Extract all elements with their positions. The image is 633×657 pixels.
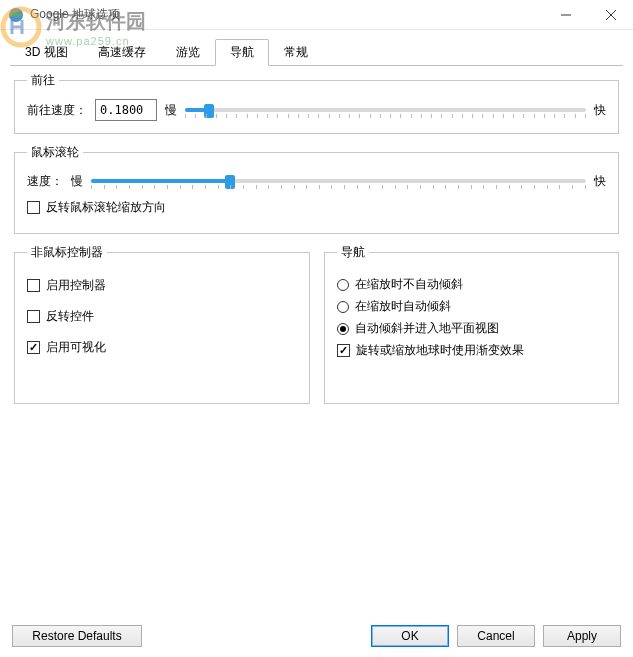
group-nav: 导航 在缩放时不自动倾斜 在缩放时自动倾斜 自动倾斜并进入地平面视图 旋转或缩放… (324, 244, 620, 404)
wheel-slow-label: 慢 (71, 173, 83, 190)
minimize-button[interactable] (543, 0, 588, 30)
controller-reverse-label: 反转控件 (46, 308, 94, 325)
close-button[interactable] (588, 0, 633, 30)
nav-radio-autotilt-label: 在缩放时自动倾斜 (355, 298, 451, 315)
wheel-speed-label: 速度： (27, 173, 63, 190)
nav-radio-groundview[interactable]: 自动倾斜并进入地平面视图 (337, 320, 607, 337)
group-nav-legend: 导航 (337, 244, 369, 261)
nav-radio-notilt[interactable]: 在缩放时不自动倾斜 (337, 276, 607, 293)
app-icon (8, 7, 24, 23)
goto-slow-label: 慢 (165, 102, 177, 119)
window-title: Google 地球选项 (30, 6, 543, 23)
goto-speed-input[interactable] (95, 99, 157, 121)
content-area: 前往 前往速度： 慢 快 鼠标滚轮 速度： 慢 (0, 66, 633, 424)
controller-viz-label: 启用可视化 (46, 339, 106, 356)
tab-3dview[interactable]: 3D 视图 (10, 39, 83, 66)
titlebar: Google 地球选项 (0, 0, 633, 30)
nav-radio-notilt-label: 在缩放时不自动倾斜 (355, 276, 463, 293)
controller-reverse-checkbox[interactable]: 反转控件 (27, 308, 297, 325)
wheel-invert-label: 反转鼠标滚轮缩放方向 (46, 199, 166, 216)
tab-cache[interactable]: 高速缓存 (83, 39, 161, 66)
footer: Restore Defaults OK Cancel Apply (0, 617, 633, 657)
controller-enable-label: 启用控制器 (46, 277, 106, 294)
wheel-fast-label: 快 (594, 173, 606, 190)
goto-speed-slider[interactable] (185, 100, 586, 120)
nav-fade-label: 旋转或缩放地球时使用渐变效果 (356, 342, 524, 359)
tab-tour[interactable]: 游览 (161, 39, 215, 66)
goto-speed-label: 前往速度： (27, 102, 87, 119)
wheel-speed-slider[interactable] (91, 171, 586, 191)
tabbar: 3D 视图 高速缓存 游览 导航 常规 (10, 38, 623, 66)
group-goto-legend: 前往 (27, 72, 59, 89)
restore-defaults-button[interactable]: Restore Defaults (12, 625, 142, 647)
ok-button[interactable]: OK (371, 625, 449, 647)
tab-general[interactable]: 常规 (269, 39, 323, 66)
group-wheel: 鼠标滚轮 速度： 慢 快 反转鼠标滚轮缩放方向 (14, 144, 619, 234)
cancel-button[interactable]: Cancel (457, 625, 535, 647)
group-goto: 前往 前往速度： 慢 快 (14, 72, 619, 134)
wheel-invert-checkbox[interactable]: 反转鼠标滚轮缩放方向 (27, 199, 606, 216)
goto-fast-label: 快 (594, 102, 606, 119)
controller-viz-checkbox[interactable]: 启用可视化 (27, 339, 297, 356)
group-controller-legend: 非鼠标控制器 (27, 244, 107, 261)
tab-navigation[interactable]: 导航 (215, 39, 269, 66)
nav-radio-autotilt[interactable]: 在缩放时自动倾斜 (337, 298, 607, 315)
controller-enable-checkbox[interactable]: 启用控制器 (27, 277, 297, 294)
nav-fade-checkbox[interactable]: 旋转或缩放地球时使用渐变效果 (337, 342, 607, 359)
apply-button[interactable]: Apply (543, 625, 621, 647)
nav-radio-groundview-label: 自动倾斜并进入地平面视图 (355, 320, 499, 337)
group-controller: 非鼠标控制器 启用控制器 反转控件 启用可视化 (14, 244, 310, 404)
group-wheel-legend: 鼠标滚轮 (27, 144, 83, 161)
